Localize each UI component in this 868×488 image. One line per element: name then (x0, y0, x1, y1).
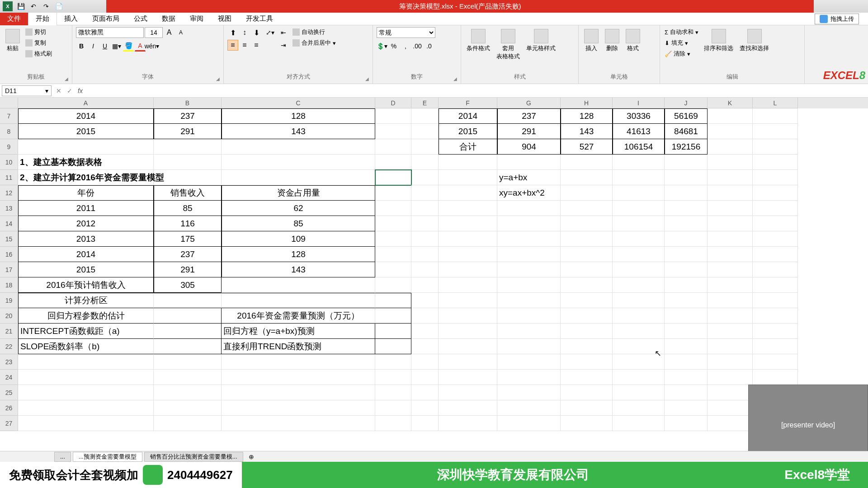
table-format-button[interactable]: 套用 表格格式 (495, 27, 522, 62)
cond-format-button[interactable]: 条件格式 (465, 27, 492, 54)
cell-K19[interactable] (708, 293, 753, 308)
grow-font-button[interactable]: A (164, 27, 175, 38)
col-header-D[interactable]: D (375, 98, 411, 108)
cell-I18[interactable] (613, 277, 665, 293)
sheet-tab-2[interactable]: ...预测资金需要量模型 (73, 452, 142, 462)
cell-J17[interactable] (665, 262, 708, 277)
cell-A24[interactable] (18, 370, 154, 385)
cell-K22[interactable] (708, 339, 753, 354)
cell-K26[interactable] (708, 400, 753, 416)
cell-A23[interactable] (18, 354, 154, 370)
cell-K21[interactable] (708, 324, 753, 339)
cell-B16[interactable]: 237 (154, 247, 222, 262)
cell-C12[interactable]: 资金占用量 (222, 185, 375, 201)
row-header-20[interactable]: 20 (0, 308, 18, 324)
italic-button[interactable]: I (88, 41, 99, 52)
cell-B19[interactable] (154, 293, 222, 308)
undo-icon[interactable]: ↶ (29, 2, 38, 11)
cell-J23[interactable] (665, 354, 708, 370)
dec-decimal-button[interactable]: .0 (424, 41, 434, 52)
font-launcher-icon[interactable]: ◢ (216, 76, 222, 83)
row-header-19[interactable]: 19 (0, 293, 18, 308)
col-header-A[interactable]: A (18, 98, 154, 108)
cell-F15[interactable] (439, 231, 497, 247)
cell-F23[interactable] (439, 354, 497, 370)
cell-H7[interactable]: 128 (561, 108, 613, 124)
clipboard-launcher-icon[interactable]: ◢ (65, 76, 71, 83)
cell-I21[interactable] (613, 324, 665, 339)
cell-A25[interactable] (18, 385, 154, 400)
upload-button[interactable]: 拖拽上传 (815, 14, 859, 24)
tab-review[interactable]: 审阅 (183, 13, 211, 25)
row-header-7[interactable]: 7 (0, 108, 18, 124)
fill-color-button[interactable]: 🪣 (123, 41, 134, 52)
cell-K27[interactable] (708, 416, 753, 431)
cell-style-button[interactable]: 单元格样式 (524, 27, 557, 54)
cell-H17[interactable] (561, 262, 613, 277)
cell-H22[interactable] (561, 339, 613, 354)
tab-insert[interactable]: 插入 (57, 13, 85, 25)
inc-decimal-button[interactable]: .00 (412, 41, 423, 52)
cell-D11[interactable] (375, 170, 411, 185)
enter-formula-button[interactable]: ✓ (64, 85, 75, 96)
cell-H26[interactable] (561, 400, 613, 416)
cell-C11[interactable] (222, 170, 375, 185)
new-icon[interactable]: 📄 (54, 2, 63, 11)
col-header-K[interactable]: K (708, 98, 753, 108)
cell-I14[interactable] (613, 216, 665, 231)
cell-H16[interactable] (561, 247, 613, 262)
autosum-button[interactable]: Σ 自动求和 ▾ (664, 27, 699, 37)
cell-J7[interactable]: 56169 (665, 108, 708, 124)
sort-filter-button[interactable]: 排序和筛选 (702, 27, 735, 54)
cell-L19[interactable] (753, 293, 798, 308)
cell-D16[interactable] (375, 247, 411, 262)
cell-J10[interactable] (665, 155, 708, 170)
cell-I13[interactable] (613, 201, 665, 216)
cell-D23[interactable] (375, 354, 411, 370)
cell-K7[interactable] (708, 108, 753, 124)
cell-I8[interactable]: 41613 (613, 124, 665, 139)
brush-button[interactable]: 格式刷 (24, 49, 53, 59)
cell-G18[interactable] (497, 277, 561, 293)
row-header-22[interactable]: 22 (0, 339, 18, 354)
cell-H20[interactable] (561, 308, 613, 324)
col-header-H[interactable]: H (561, 98, 613, 108)
spreadsheet-grid[interactable]: A B C D E F G H I J K L 7201423712820142… (0, 98, 868, 460)
cell-J14[interactable] (665, 216, 708, 231)
save-icon[interactable]: 💾 (16, 2, 25, 11)
align-bottom-button[interactable]: ⬇ (251, 27, 262, 38)
cell-K25[interactable] (708, 385, 753, 400)
cell-J20[interactable] (665, 308, 708, 324)
cell-B12[interactable]: 销售收入 (154, 185, 222, 201)
row-header-21[interactable]: 21 (0, 324, 18, 339)
cell-J19[interactable] (665, 293, 708, 308)
cell-L22[interactable] (753, 339, 798, 354)
cell-E20[interactable] (411, 308, 439, 324)
cell-G12[interactable]: xy=ax+bx^2 (497, 185, 561, 201)
row-header-24[interactable]: 24 (0, 370, 18, 385)
cell-D9[interactable] (375, 139, 411, 155)
cell-E9[interactable] (411, 139, 439, 155)
cell-I12[interactable] (613, 185, 665, 201)
cell-A15[interactable]: 2013 (18, 231, 154, 247)
cell-G26[interactable] (497, 400, 561, 416)
paste-button[interactable]: 粘贴 (4, 27, 22, 54)
cell-J12[interactable] (665, 185, 708, 201)
cell-F9[interactable]: 合计 (439, 139, 497, 155)
cell-H15[interactable] (561, 231, 613, 247)
cell-H18[interactable] (561, 277, 613, 293)
cell-J27[interactable] (665, 416, 708, 431)
cell-H11[interactable] (561, 170, 613, 185)
number-format-select[interactable]: 常规 (377, 27, 435, 38)
cell-C20[interactable]: 2016年资金需要量预测（万元） (222, 308, 375, 324)
cell-C14[interactable]: 85 (222, 216, 375, 231)
cell-H19[interactable] (561, 293, 613, 308)
cell-I25[interactable] (613, 385, 665, 400)
cell-I26[interactable] (613, 400, 665, 416)
cell-D21[interactable] (375, 324, 411, 339)
cell-F12[interactable] (439, 185, 497, 201)
sheet-tab-1[interactable]: ... (54, 452, 71, 462)
cell-E26[interactable] (411, 400, 439, 416)
cell-E15[interactable] (411, 231, 439, 247)
cell-E7[interactable] (411, 108, 439, 124)
